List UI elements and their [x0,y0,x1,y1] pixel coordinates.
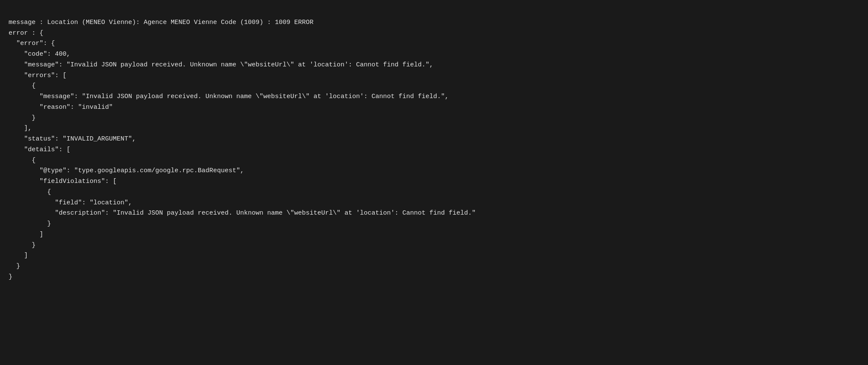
code-line: error : { [9,28,859,39]
code-line: "description": "Invalid JSON payload rec… [9,208,859,219]
code-line: "reason": "invalid" [9,102,859,113]
code-line: "@type": "type.googleapis.com/google.rpc… [9,166,859,177]
code-line: "field": "location", [9,198,859,209]
code-line: "details": [ [9,145,859,156]
code-line: ] [9,251,859,261]
code-line: "code": 400, [9,49,859,60]
code-line: } [9,261,859,272]
code-line: message : Location (MENEO Vienne): Agenc… [9,18,859,28]
code-line: "message": "Invalid JSON payload receive… [9,60,859,71]
code-line: { [9,81,859,92]
code-line: { [9,156,859,166]
code-line: "error": { [9,39,859,49]
code-line: "status": "INVALID_ARGUMENT", [9,134,859,145]
code-line: { [9,187,859,198]
code-line: ], [9,123,859,134]
code-line: } [9,219,859,230]
error-output: message : Location (MENEO Vienne): Agenc… [9,7,859,283]
code-line: ] [9,230,859,240]
code-line: } [9,240,859,251]
code-line: } [9,272,859,283]
code-line: "errors": [ [9,71,859,81]
code-line: } [9,113,859,124]
code-line: "fieldViolations": [ [9,177,859,187]
code-line: "message": "Invalid JSON payload receive… [9,92,859,102]
